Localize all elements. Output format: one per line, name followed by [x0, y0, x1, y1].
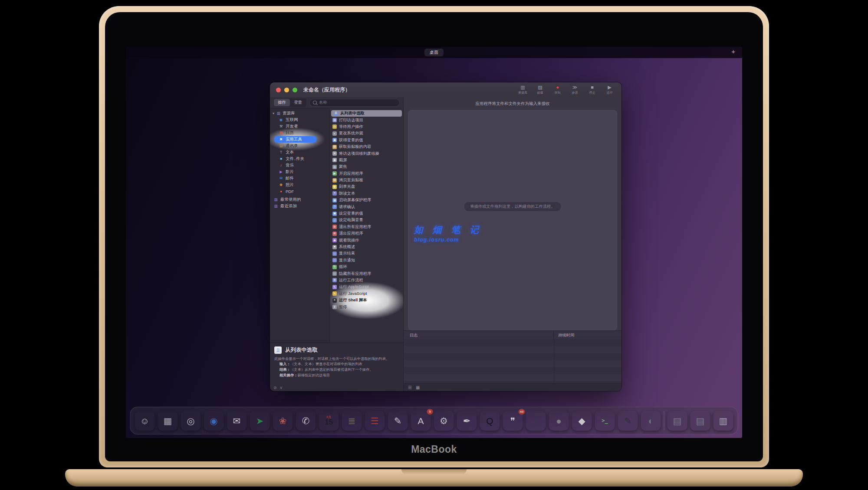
toolbar-button[interactable]: ≫ 步进 [568, 85, 582, 95]
action-item[interactable]: ☢ 刻录光盘 [330, 183, 403, 190]
dock-app-icon[interactable]: ▥ [713, 411, 733, 431]
action-item[interactable]: ▤ 获取剪贴板的内容 [330, 144, 403, 150]
action-icon: ? [332, 205, 337, 209]
action-item[interactable]: ♫ 设定电脑音量 [330, 217, 403, 223]
action-item[interactable]: ↻ 循环 [330, 264, 403, 270]
dock-app-icon[interactable]: ● [549, 411, 569, 431]
dock-app-icon[interactable]: ♪ [526, 411, 546, 431]
search-input[interactable]: 名称 [309, 99, 400, 107]
toolbar-button[interactable]: ▶ 运行 [603, 85, 616, 95]
dock-app-icon[interactable]: ◐ [641, 411, 661, 431]
action-item[interactable]: ✎ 运行 AppleScript [330, 284, 403, 290]
action-item[interactable]: □ 显示结果 [330, 250, 403, 257]
action-item[interactable]: ◎ 聚焦 [330, 163, 403, 170]
library-category-item[interactable]: ✉ 邮件 [270, 175, 329, 182]
add-desktop-button[interactable]: + [731, 48, 735, 55]
action-icon: > [332, 298, 337, 303]
tab-variables[interactable]: 变量 [290, 99, 306, 106]
library-category-item[interactable]: ● PDF [270, 188, 329, 195]
library-sidebar: ▾ ▥ 资源库 ◉ 互联网 ⚒ 开发者 ▦ [270, 108, 330, 343]
dock-app-icon[interactable]: Q [480, 411, 500, 431]
action-item[interactable]: ▣ 获得变量的值 [330, 137, 403, 144]
action-item[interactable]: ‖ 暂停 [330, 304, 403, 310]
dock-app-icon[interactable]: ⚙ [434, 411, 454, 431]
action-item[interactable]: ◉ 观看我操作 [330, 237, 403, 243]
dock-app-icon[interactable]: ✎ [388, 411, 408, 431]
library-category-item[interactable]: ❀ 照片 [270, 182, 329, 188]
dock-app-icon[interactable]: ◆ [572, 411, 592, 431]
library-extra-list: ▨ 最常使用的 ▨ 最近添加 [270, 196, 329, 209]
library-category-item[interactable]: T 文本 [270, 149, 329, 156]
dock-app-icon[interactable]: ✆ [296, 411, 316, 431]
dock-app-icon[interactable]: ✎ [618, 411, 638, 431]
dock-app-icon[interactable]: ▦ [158, 411, 178, 431]
library-smart-group-item[interactable]: ▨ 最近添加 [270, 203, 329, 209]
library-category-item[interactable]: ♪ 音乐 [270, 162, 329, 169]
minimize-button[interactable] [284, 88, 289, 92]
toolbar-button[interactable]: ■ 停止 [585, 85, 599, 95]
action-item[interactable]: ✕ 将访达项目移到废纸篓 [330, 150, 403, 157]
desktop-space-label[interactable]: 桌面 [424, 49, 444, 56]
category-icon: T [279, 150, 283, 154]
action-item[interactable]: ▣ 设定变量的值 [330, 210, 403, 217]
chevron-down-icon[interactable]: ∨ [280, 385, 283, 390]
library-category-item[interactable]: ⚒ 开发者 [270, 123, 329, 130]
dock-app-icon[interactable]: ☺ [135, 411, 155, 431]
library-category-item[interactable]: ■ 文件..件夹 [270, 156, 329, 162]
dock-app-icon[interactable]: ▤ [690, 411, 710, 431]
dock-app-icon[interactable]: ◉ [204, 411, 224, 431]
dock-app-icon[interactable]: ▤ [667, 411, 687, 431]
dock-app-icon[interactable] [664, 411, 664, 430]
dock-app-icon[interactable]: ❞ 49 [503, 411, 523, 431]
dock-app-icon[interactable]: ≣ [342, 411, 362, 431]
toolbar-icon: ▶ [608, 85, 611, 90]
action-item[interactable]: ⊘ 退出应用程序 [330, 230, 403, 237]
action-label: 刻录光盘 [339, 184, 355, 189]
action-item[interactable]: > 运行 Shell 脚本 [330, 297, 403, 304]
action-item[interactable]: ▤ 打印访达项目 [330, 117, 403, 123]
action-item[interactable]: ◉ 截屏 [330, 157, 403, 163]
tab-actions[interactable]: 操作 [274, 99, 290, 106]
library-category-item[interactable]: ▤ 通讯录 [270, 143, 329, 149]
dock-app-icon[interactable]: ☰ [365, 411, 385, 431]
action-item[interactable]: □ 显示通知 [330, 257, 403, 264]
action-item[interactable]: ❝ 朗读文本 [330, 190, 403, 197]
toolbar-button[interactable]: ▥ 资源库 [516, 85, 529, 95]
action-icon: ◎ [332, 165, 337, 169]
library-category-item[interactable]: ▦ 日历 [270, 130, 329, 136]
dock-app-icon[interactable]: >_ [595, 411, 615, 431]
dock-app-icon[interactable]: ➤ [250, 411, 270, 431]
close-button[interactable] [276, 88, 281, 92]
library-smart-group-item[interactable]: ▨ 最常使用的 [270, 196, 329, 203]
action-item[interactable]: ✎ 运行 JavaScript [330, 291, 403, 297]
action-item[interactable]: ? 请求确认 [330, 203, 403, 210]
library-category-item[interactable]: ✖ 实用工具 [274, 136, 316, 143]
dock-app-icon[interactable]: ❀ [273, 411, 293, 431]
action-item[interactable]: ▤ 拷贝至剪贴板 [330, 177, 403, 183]
dock-app-icon[interactable]: 4月 15 [319, 411, 339, 431]
action-item[interactable]: ▶ 开启应用程序 [330, 170, 403, 177]
action-item[interactable]: ⊘ 退出所有应用程序 [330, 224, 403, 230]
action-item[interactable]: ▦ 启动屏幕保护程序 [330, 197, 403, 203]
action-item[interactable]: □ 隐藏所有应用程序 [330, 270, 403, 277]
action-item[interactable]: ✖ 系统概述 [330, 244, 403, 250]
dock-app-icon[interactable]: ✒ [457, 411, 477, 431]
action-item[interactable]: ☰ 从列表中选取 [331, 110, 402, 117]
library-category-item[interactable]: ◉ 互联网 [270, 117, 329, 123]
action-item[interactable]: ◷ 等待用户操作 [330, 124, 403, 130]
library-category-item[interactable]: ▶ 影片 [270, 169, 329, 175]
workflow-canvas[interactable]: 将操作或文件拖到这里，以构建你的工作流程。 如 烟 笔 记 blog.iosru… [408, 110, 617, 330]
action-item[interactable]: ◐ 更改系统外观 [330, 130, 403, 137]
dock-app-icon[interactable]: A 5 [411, 411, 431, 431]
library-root-item[interactable]: ▾ ▥ 资源库 [270, 110, 329, 117]
action-item[interactable]: ⚙ 运行工作流程 [330, 277, 403, 284]
grid-view-icon[interactable]: ▦ [416, 385, 420, 390]
toolbar-button[interactable]: ▨ 媒体 [533, 85, 547, 95]
prohibit-icon[interactable]: ⊘ [273, 385, 277, 390]
dock-app-icon[interactable]: ✉ [227, 411, 247, 431]
zoom-button[interactable] [293, 88, 297, 92]
dock-app-icon[interactable]: ◎ [181, 411, 201, 431]
action-icon: □ [332, 252, 337, 256]
toolbar-button[interactable]: ● 录制 [551, 85, 564, 95]
list-view-icon[interactable]: ☰ [408, 385, 412, 390]
